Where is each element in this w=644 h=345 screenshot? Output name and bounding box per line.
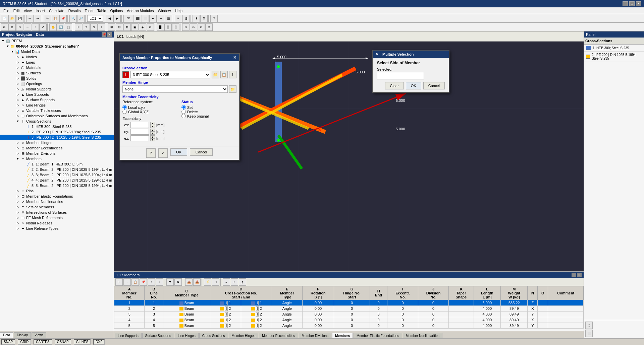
orthotropic-expand-icon[interactable]: ▷ xyxy=(15,114,20,118)
toolbar2-b6[interactable]: ⊕ xyxy=(147,23,154,31)
multi-selection-dialog[interactable]: ↖ Multiple Selection Select Side of Memb… xyxy=(372,50,449,93)
cross-sections-expand-icon[interactable]: ▼ xyxy=(15,119,20,124)
menu-file[interactable]: File xyxy=(1,8,11,13)
tree-lines[interactable]: ▷ ━ Lines xyxy=(0,60,114,65)
table-paste-row[interactable]: 📌 xyxy=(140,278,147,286)
project-expand-icon[interactable]: ▼ xyxy=(5,44,10,49)
status-osnap[interactable]: OSNAP xyxy=(55,339,71,345)
status-snap[interactable]: SNAP xyxy=(1,339,15,345)
ey-spin-down[interactable]: ▼ xyxy=(150,132,155,135)
tree-members[interactable]: ▼ ━ Members xyxy=(0,156,114,161)
toolbar-wire[interactable]: ⬜ xyxy=(142,15,149,22)
tree-line-hinges[interactable]: ▷ ○ Line Hinges xyxy=(0,102,114,108)
tree-m3[interactable]: ╱ 3: 3; Beam; 2: IPE 200 | DIN 1025-5:19… xyxy=(0,172,114,178)
menu-window[interactable]: Window xyxy=(156,8,173,13)
toolbar-redo[interactable]: ↪ xyxy=(34,15,41,22)
bottom-panel-minimize[interactable]: ─ xyxy=(572,273,576,277)
table-import[interactable]: 📥 xyxy=(193,278,201,286)
minimize-button[interactable]: ─ xyxy=(623,1,628,6)
table-delete-row[interactable]: - xyxy=(123,278,131,286)
tree-m4[interactable]: ╱ 4: 4; Beam; 2: IPE 200 | DIN 1025-5:19… xyxy=(0,178,114,183)
toolbar2-btn5[interactable]: ↕ xyxy=(32,23,39,31)
toolbar-help[interactable]: ? xyxy=(210,15,218,22)
line-supports-expand-icon[interactable]: ▷ xyxy=(15,92,20,97)
tree-cs1[interactable]: I 1: HEB 300; Steel S 235 xyxy=(0,124,114,129)
tab-display[interactable]: Display xyxy=(14,332,31,338)
member-nonlinearities-expand-icon[interactable]: ▷ xyxy=(15,199,20,204)
table-row[interactable]: 4 4 Beam I 2 I 2 Angle 0.00 0 0 0 0 4.00… xyxy=(114,317,584,323)
tree-line-supports[interactable]: ▷ ▲ Line Supports xyxy=(0,92,114,97)
surface-supports-expand-icon[interactable]: ▷ xyxy=(15,97,20,102)
lc-selector[interactable]: LC1 xyxy=(87,15,103,22)
toolbar-render[interactable]: ⬛ xyxy=(134,15,141,22)
toolbar2-btn4[interactable]: ↔ xyxy=(24,23,31,31)
tree-surface-supports[interactable]: ▷ ▲ Surface Supports xyxy=(0,97,114,102)
radio-set-input[interactable] xyxy=(181,105,186,110)
assign-member-dialog[interactable]: Assign Member Properties to Members Grap… xyxy=(119,53,240,160)
members-expand-icon[interactable]: ▼ xyxy=(15,156,20,161)
tree-nodes[interactable]: ▷ ● Nodes xyxy=(0,54,114,60)
toolbar-new[interactable]: 📄 xyxy=(1,15,8,22)
tree-sets-of-members[interactable]: ▷ ≡ Sets of Members xyxy=(0,204,114,210)
table-filter[interactable]: ▼ xyxy=(166,278,174,286)
toolbar2-b1[interactable]: ⊞ xyxy=(108,23,115,31)
tab-member-hinges[interactable]: Member Hinges xyxy=(229,333,259,338)
toolbar-btn1[interactable]: ◀ xyxy=(106,15,113,22)
tree-member-eccentricities[interactable]: ▷ ⊕ Member Eccentricities xyxy=(0,145,114,151)
tab-member-elastic-foundations[interactable]: Member Elastic Foundations xyxy=(354,333,402,338)
menu-edit[interactable]: Edit xyxy=(11,8,22,13)
cs-info-button[interactable]: ℹ xyxy=(229,71,236,78)
member-eccentricities-expand-icon[interactable]: ▷ xyxy=(15,146,20,150)
table-new-row[interactable]: + xyxy=(115,278,123,286)
tree-cs3[interactable]: I 3: IPE 300 | DIN 1025-5:1994; Steel S … xyxy=(0,135,114,140)
tree-project[interactable]: ▼ 📁 004664_200826_Stabeigenschaften* xyxy=(0,44,114,49)
tree-m1[interactable]: ╱ 1: 1; Beam; 1: HEB 300; L: 5 m xyxy=(0,161,114,167)
toolbar-settings[interactable]: ⚙ xyxy=(200,15,208,22)
status-dxf[interactable]: DXF xyxy=(93,339,105,345)
toolbar2-d3[interactable]: ⊛ xyxy=(198,23,205,31)
toolbar-save[interactable]: 💾 xyxy=(16,15,23,22)
table-move-down[interactable]: ↓ xyxy=(156,278,163,286)
toolbar2-btn1[interactable]: ⊕ xyxy=(1,23,8,31)
member-elastic-expand-icon[interactable]: ▷ xyxy=(15,194,20,199)
toolbar-zoom-in[interactable]: 🔍 xyxy=(69,15,77,22)
menu-addon[interactable]: Add-on Modules xyxy=(125,8,156,13)
toolbar2-d1[interactable]: ⊜ xyxy=(182,23,190,31)
table-row[interactable]: 3 3 Beam I 2 I 2 Angle 0.00 0 0 0 0 4.00… xyxy=(114,312,584,317)
tree-ribs[interactable]: ▷ ━ Ribs xyxy=(0,188,114,194)
cs-browse-button[interactable]: 📁 xyxy=(212,71,219,78)
toolbar-nodes[interactable]: ● xyxy=(149,15,157,22)
toolbar-paste[interactable]: 📌 xyxy=(59,15,67,22)
left-panel-pin[interactable]: 📌 xyxy=(102,32,106,37)
cs-item-1[interactable]: 1: HEB 300; Steel S 235 xyxy=(584,45,644,52)
multi-clear-button[interactable]: Clear xyxy=(385,82,404,89)
line-hinges-expand-icon[interactable]: ▷ xyxy=(15,103,20,108)
ez-spinner[interactable]: ▲ ▼ xyxy=(150,135,155,141)
toolbar-delete[interactable]: 🗑 xyxy=(182,15,190,22)
toolbar2-btn6[interactable]: ↗ xyxy=(39,23,47,31)
cs-item-2[interactable]: 2: IPE 200 | DIN 1025-5:1994; Steel S 23… xyxy=(584,52,644,62)
ez-spin-up[interactable]: ▲ xyxy=(150,135,155,138)
rfem-expand-icon[interactable]: ▼ xyxy=(1,39,5,43)
member-divisions-expand-icon[interactable]: ▷ xyxy=(15,151,20,156)
toolbar-surfaces[interactable]: ▦ xyxy=(165,15,172,22)
tab-line-supports[interactable]: Line Supports xyxy=(115,333,142,338)
tree-cross-sections[interactable]: ▼ I Cross-Sections xyxy=(0,119,114,124)
ez-input[interactable]: 0.0 xyxy=(130,135,149,141)
status-cartes[interactable]: CARTES xyxy=(34,339,52,345)
toolbar2-b5[interactable]: ◈ xyxy=(139,23,146,31)
table-highlight[interactable]: ⚡ xyxy=(204,278,211,286)
tab-views[interactable]: Views xyxy=(32,332,47,338)
toolbar-3d[interactable]: 3D xyxy=(123,15,133,22)
tab-member-divisions[interactable]: Member Divisions xyxy=(299,333,331,338)
ribs-expand-icon[interactable]: ▷ xyxy=(15,189,20,193)
toolbar2-pan[interactable]: ✋ xyxy=(49,23,57,31)
nodal-releases-expand-icon[interactable]: ▷ xyxy=(15,221,20,225)
toolbar2-btn3[interactable]: ⊙ xyxy=(16,23,23,31)
right-panel-btn1[interactable]: ⬚ xyxy=(585,322,593,329)
tab-member-nonlinearities[interactable]: Member Nonlinearities xyxy=(403,333,442,338)
openings-expand-icon[interactable]: ▷ xyxy=(15,81,20,86)
table-sort[interactable]: ⇅ xyxy=(174,278,182,286)
table-sigma[interactable]: Σ xyxy=(231,278,238,286)
ex-spin-down[interactable]: ▼ xyxy=(150,125,155,128)
